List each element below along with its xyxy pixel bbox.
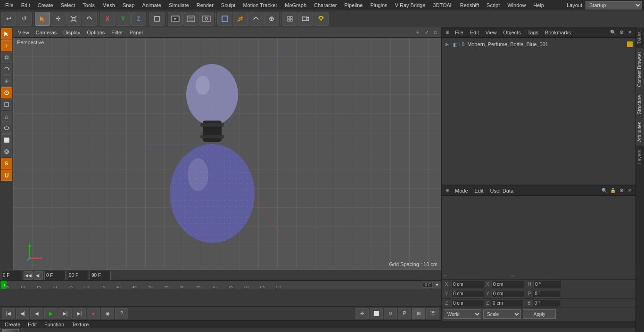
obj-tags-menu[interactable]: Tags (525, 29, 541, 36)
menu-render[interactable]: Render (193, 1, 217, 9)
attr-user-data-menu[interactable]: User Data (487, 187, 517, 194)
z-size-field[interactable] (491, 300, 524, 307)
render-queue-button[interactable] (183, 12, 198, 26)
mat-function-menu[interactable]: Function (41, 321, 67, 328)
transport-help[interactable]: ? (115, 308, 128, 319)
menu-tools[interactable]: Tools (79, 1, 98, 9)
selection-tool-button[interactable] (35, 12, 50, 26)
grid-view-button[interactable] (282, 12, 297, 26)
scale-dropdown[interactable]: Scale Size (483, 309, 521, 319)
frame-start-field[interactable] (44, 271, 66, 280)
spline-tool-button[interactable] (248, 12, 264, 26)
lp-triangle-button[interactable]: △ (1, 111, 12, 122)
b-val-field[interactable] (533, 300, 561, 307)
render-settings-button[interactable] (199, 12, 214, 26)
vp-display-menu[interactable]: Display (60, 29, 83, 36)
y-axis-button[interactable]: Y (116, 12, 131, 26)
transport-next[interactable]: ▶| (58, 308, 72, 319)
frame-end-field[interactable] (67, 271, 88, 280)
expand-icon-0[interactable]: ▶ (446, 42, 451, 47)
menu-script[interactable]: Script (483, 1, 503, 9)
z-axis-button[interactable]: Z (131, 12, 146, 26)
obj-edit-menu[interactable]: Edit (467, 29, 482, 36)
h-val-field[interactable] (533, 281, 561, 288)
menu-3dtoall[interactable]: 3DTOAll (429, 1, 455, 9)
y-size-field[interactable] (491, 290, 524, 298)
lp-square-button[interactable] (1, 99, 12, 110)
frame-end2-field[interactable] (90, 271, 111, 280)
obj-file-menu[interactable]: File (452, 29, 466, 36)
world-dropdown[interactable]: World Object (444, 309, 481, 319)
menu-create[interactable]: Create (34, 1, 57, 9)
move-tool-button[interactable]: ✛ (50, 12, 66, 26)
x-size-field[interactable] (491, 281, 524, 288)
scale-tool-button[interactable] (66, 12, 81, 26)
vp-panel-menu[interactable]: Panel (127, 29, 146, 36)
menu-redshift[interactable]: Redshift (457, 1, 482, 9)
vp-icon-1[interactable]: + (414, 29, 421, 36)
menu-edit[interactable]: Edit (18, 1, 33, 9)
object-row-0[interactable]: ▶ ◧ L0 Modern_Perfume_Bottle_Blue_001 ✓ (444, 40, 642, 49)
menu-window[interactable]: Window (504, 1, 529, 9)
transport-rot-key[interactable]: ↻ (384, 308, 397, 319)
z-pos-field[interactable] (451, 300, 484, 307)
menu-vray[interactable]: V-Ray Bridge (392, 1, 429, 9)
menu-animate[interactable]: Animate (139, 1, 165, 9)
tab-layers[interactable]: Layers (636, 146, 644, 168)
transport-pos-key[interactable]: P (398, 308, 411, 319)
obj-close-icon[interactable]: ✕ (626, 29, 634, 36)
menu-sculpt[interactable]: Sculpt (218, 1, 239, 9)
lp-scale-button[interactable] (1, 52, 12, 63)
menu-help[interactable]: Help (530, 1, 547, 9)
lp-circle-button[interactable] (1, 87, 12, 98)
menu-mesh[interactable]: Mesh (99, 1, 118, 9)
object-mode-button[interactable] (149, 12, 165, 26)
light-button[interactable] (314, 12, 329, 26)
transport-film-key[interactable]: 🎬 (426, 308, 439, 319)
lp-move-button[interactable]: ✛ (1, 40, 12, 51)
ruler-settings-btn[interactable]: ▼ (434, 282, 440, 288)
undo-button[interactable]: ↩ (1, 12, 16, 26)
menu-mograph[interactable]: MoGraph (281, 1, 310, 9)
obj-settings-icon[interactable]: ⚙ (618, 29, 625, 36)
transport-prev-frame[interactable]: ◀| (16, 308, 29, 319)
vp-icon-2[interactable]: ⤢ (423, 29, 430, 36)
attr-search-icon[interactable]: 🔍 (601, 187, 608, 194)
x-pos-field[interactable] (451, 281, 484, 288)
layout-dropdown[interactable]: Startup Standard Modeling (586, 1, 642, 9)
frame-current-field[interactable] (1, 271, 22, 280)
mat-texture-menu[interactable]: Texture (69, 321, 91, 328)
x-axis-button[interactable]: X (100, 12, 115, 26)
render-active-view-button[interactable] (168, 12, 183, 26)
menu-simulate[interactable]: Simulate (165, 1, 192, 9)
obj-bookmarks-menu[interactable]: Bookmarks (542, 29, 574, 36)
menu-select[interactable]: Select (58, 1, 79, 9)
transport-grid-key[interactable]: ⊞ (412, 308, 425, 319)
attr-settings-icon[interactable]: ⚙ (618, 187, 625, 194)
camera-button[interactable] (298, 12, 313, 26)
lp-selection-button[interactable] (1, 28, 12, 40)
menu-snap[interactable]: Snap (119, 1, 138, 9)
mat-create-menu[interactable]: Create (2, 321, 23, 328)
tab-structure[interactable]: Structure (636, 91, 644, 118)
attr-edit-menu[interactable]: Edit (472, 187, 487, 194)
transport-goto-start[interactable]: |◀ (2, 308, 15, 319)
prev-key-btn[interactable]: ◀| (33, 271, 43, 280)
menu-pipeline[interactable]: Pipeline (341, 1, 366, 9)
transport-goto-end[interactable]: ▶| (73, 308, 86, 319)
redo-button[interactable]: ↺ (17, 12, 32, 26)
prev-frame-btn[interactable]: ◀◀ (24, 271, 33, 280)
tab-takes[interactable]: Takes (636, 27, 644, 48)
attr-grid-icon[interactable]: ⊞ (444, 187, 451, 194)
transport-move-key[interactable]: ✛ (355, 308, 369, 319)
p-val-field[interactable] (533, 290, 561, 298)
menu-file[interactable]: File (2, 1, 17, 9)
menu-motion-tracker[interactable]: Motion Tracker (239, 1, 281, 9)
apply-button[interactable]: Apply (523, 309, 556, 319)
attr-mode-menu[interactable]: Mode (452, 187, 471, 194)
transport-auto-key[interactable]: ◉ (101, 308, 114, 319)
lp-poly-button[interactable]: ⬜ (1, 134, 12, 146)
rotate-tool-button[interactable] (82, 12, 97, 26)
lp-rotate-button[interactable] (1, 64, 12, 75)
transport-prev[interactable]: ◀ (30, 308, 43, 319)
